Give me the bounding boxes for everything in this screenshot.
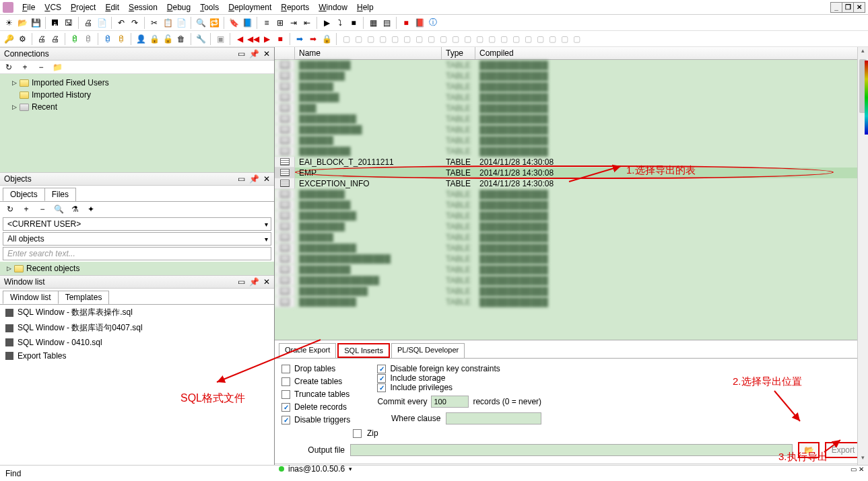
db1-icon[interactable]: 🛢 xyxy=(69,33,81,45)
checkbox[interactable] xyxy=(281,365,290,373)
db2-icon[interactable]: 🛢 xyxy=(82,33,94,45)
close-button[interactable]: ✕ xyxy=(853,2,865,13)
windowlist-item[interactable]: SQL Window - 数据库表操作.sql xyxy=(0,305,274,320)
bookmark-icon[interactable]: 🔖 xyxy=(228,17,240,29)
red-sq-icon[interactable]: ■ xyxy=(274,33,286,45)
find-icon[interactable]: 🔍 xyxy=(53,203,65,215)
menu-edit[interactable]: Edit xyxy=(100,1,124,13)
wrench-icon[interactable]: 🔧 xyxy=(195,33,207,45)
minimize-button[interactable]: _ xyxy=(830,2,842,13)
checkbox[interactable] xyxy=(377,383,386,392)
table-row[interactable]: ████████TABLE████████████ xyxy=(275,189,868,200)
checkbox[interactable] xyxy=(281,416,290,424)
close-pane-icon[interactable]: ✕ xyxy=(263,49,270,59)
checkbox[interactable] xyxy=(281,390,290,399)
maximize-button[interactable]: ❐ xyxy=(842,2,854,13)
tree-item[interactable]: ▷Imported Fixed Users xyxy=(4,77,270,89)
objects-search[interactable]: Enter search text... xyxy=(3,247,271,260)
paste-icon[interactable]: 📄 xyxy=(175,17,187,29)
tree-item[interactable]: ▷Imported History xyxy=(4,89,270,101)
save-icon[interactable]: 💾 xyxy=(30,17,42,29)
pin2-icon[interactable]: 📌 xyxy=(249,49,259,59)
table-row[interactable]: ███████TABLE████████████ xyxy=(275,92,868,103)
menu-tools[interactable]: Tools xyxy=(195,1,224,13)
cut-icon[interactable]: ✂ xyxy=(148,17,160,29)
menu-project[interactable]: Project xyxy=(66,1,100,13)
user-combo[interactable]: <CURRENT USER>▾ xyxy=(3,217,271,231)
tab-files[interactable]: Files xyxy=(44,188,76,201)
windowlist-item[interactable]: SQL Window - 0410.sql xyxy=(0,336,274,349)
folder-icon[interactable]: 📁 xyxy=(51,61,63,73)
table-row[interactable]: ████████████TABLE████████████ xyxy=(275,286,868,297)
user-icon[interactable]: 👤 xyxy=(135,33,147,45)
tree-item[interactable]: ▷Recent xyxy=(4,101,270,113)
red-ll-icon[interactable]: ◀◀ xyxy=(247,33,259,45)
table-row[interactable]: █████████TABLE████████████ xyxy=(275,146,868,157)
red-r-icon[interactable]: ▶ xyxy=(261,33,273,45)
doc-icon[interactable]: 📘 xyxy=(241,17,253,29)
print-icon[interactable]: 🖨 xyxy=(82,17,94,29)
key-icon[interactable]: 🔑 xyxy=(3,33,15,45)
recent-objects-row[interactable]: ▷Recent objects xyxy=(0,262,274,275)
export-button[interactable]: Export xyxy=(825,442,861,458)
tab-templates[interactable]: Templates xyxy=(58,291,110,304)
windowlist-item[interactable]: Export Tables xyxy=(0,349,274,363)
info-icon[interactable]: ⓘ xyxy=(427,17,439,29)
run-icon[interactable]: ▶ xyxy=(321,17,333,29)
tab-sql-inserts[interactable]: SQL Inserts xyxy=(337,343,390,358)
stop-icon[interactable]: ■ xyxy=(347,17,360,29)
table-row[interactable]: EAI_BLOCK_T_20111211TABLE2014/11/28 14:3… xyxy=(275,157,868,168)
minus-icon[interactable]: − xyxy=(36,203,48,215)
col-name[interactable]: Name xyxy=(295,47,442,59)
indent-icon[interactable]: ⇥ xyxy=(288,17,300,29)
db3-icon[interactable]: 🛢 xyxy=(102,33,114,45)
step-icon[interactable]: ⤵ xyxy=(334,17,346,29)
checkbox[interactable] xyxy=(377,374,386,383)
tree-icon[interactable]: ⊞ xyxy=(274,17,286,29)
tab-plsql-developer[interactable]: PL/SQL Developer xyxy=(391,343,465,358)
where-clause-input[interactable] xyxy=(446,412,541,424)
checkbox[interactable] xyxy=(281,377,290,386)
red-r2-icon[interactable]: ➡ xyxy=(307,33,319,45)
disk-icon[interactable]: 🖪 xyxy=(49,17,61,29)
table-row[interactable]: █████████TABLE████████████ xyxy=(275,60,868,71)
w-icon[interactable]: ✦ xyxy=(85,203,97,215)
table-row[interactable]: EMPTABLE2014/11/28 14:30:08 xyxy=(275,168,868,178)
table-row[interactable]: ██████████████TABLE████████████ xyxy=(275,275,868,286)
table-row[interactable]: █████████TABLE████████████ xyxy=(275,264,868,275)
pin-icon[interactable]: ▭ xyxy=(238,49,245,59)
status-close-icon[interactable]: ▭ ✕ xyxy=(850,466,864,473)
printer-icon[interactable]: 🖨 xyxy=(36,33,48,45)
menu-vcs[interactable]: VCS xyxy=(40,1,66,13)
disk2-icon[interactable]: 🖫 xyxy=(63,17,75,29)
browse-button[interactable]: 📂 xyxy=(798,442,820,458)
table-row[interactable]: ██████TABLE████████████ xyxy=(275,232,868,243)
minus-icon[interactable]: − xyxy=(35,61,47,73)
printer2-icon[interactable]: 🖨 xyxy=(49,33,61,45)
unlock-icon[interactable]: 🔓 xyxy=(162,33,174,45)
db4-icon[interactable]: 🛢 xyxy=(115,33,127,45)
lock-icon[interactable]: 🔒 xyxy=(148,33,160,45)
table-row[interactable]: ████████TABLE████████████ xyxy=(275,71,868,81)
new-icon[interactable]: ☀ xyxy=(3,17,15,29)
table-row[interactable]: EXCEPTION_INFOTABLE2014/11/28 14:30:08 xyxy=(275,178,868,189)
table-row[interactable]: ██████████TABLE████████████ xyxy=(275,243,868,254)
table-row[interactable]: ████████TABLE████████████ xyxy=(275,221,868,232)
open-icon[interactable]: 📂 xyxy=(16,17,28,29)
add-icon[interactable]: + xyxy=(19,61,31,73)
menu-reports[interactable]: Reports xyxy=(276,1,314,13)
filter-combo[interactable]: All objects▾ xyxy=(3,232,271,246)
tab-windowlist[interactable]: Window list xyxy=(3,291,59,304)
zip-checkbox[interactable] xyxy=(353,429,362,438)
output-file-input[interactable] xyxy=(350,444,793,456)
col-icon[interactable] xyxy=(275,47,295,59)
red-l-icon[interactable]: ◀ xyxy=(234,33,246,45)
undo-icon[interactable]: ↶ xyxy=(115,17,127,29)
blue-r-icon[interactable]: ➡ xyxy=(294,33,306,45)
tab-objects[interactable]: Objects xyxy=(3,188,45,201)
refresh-icon[interactable]: ↻ xyxy=(3,61,15,73)
find-icon[interactable]: 🔍 xyxy=(195,17,207,29)
table-row[interactable]: ██████████TABLE████████████ xyxy=(275,114,868,124)
trash-icon[interactable]: 🗑 xyxy=(175,33,187,45)
menu-deployment[interactable]: Deployment xyxy=(224,1,276,13)
